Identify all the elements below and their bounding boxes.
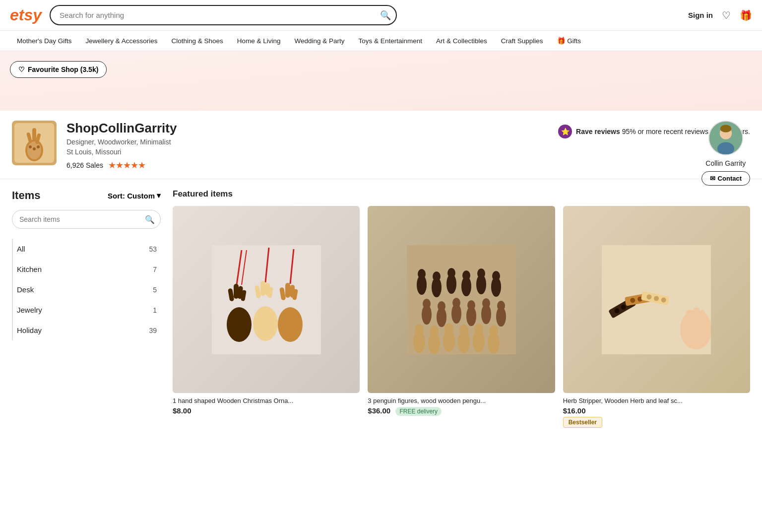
shop-logo xyxy=(12,121,57,165)
product-1-svg xyxy=(212,245,321,354)
product-title-2: 3 penguin figures, wood wooden pengu... xyxy=(368,397,555,404)
category-count: 5 xyxy=(153,286,157,294)
product-title-1: 1 hand shaped Wooden Christmas Orna... xyxy=(173,397,360,404)
svg-point-59 xyxy=(415,324,424,336)
heart-icon: ♡ xyxy=(18,66,25,73)
favourite-label: Favourite Shop (3.5k) xyxy=(28,66,98,73)
product-price-1: $8.00 xyxy=(173,406,360,415)
sales-count: 6,926 Sales xyxy=(66,161,103,169)
svg-point-7 xyxy=(33,147,36,150)
category-label: Desk xyxy=(17,285,34,294)
category-count: 53 xyxy=(149,245,157,253)
svg-rect-3 xyxy=(32,128,36,140)
svg-point-45 xyxy=(492,271,500,281)
svg-rect-73 xyxy=(694,307,699,323)
svg-point-43 xyxy=(477,268,485,278)
category-label: Kitchen xyxy=(17,265,42,273)
nav-item-gifts[interactable]: 🎁 Gifts xyxy=(550,31,588,51)
bestseller-badge: Bestseller xyxy=(563,417,602,428)
svg-point-12 xyxy=(720,125,731,133)
category-label: Holiday xyxy=(17,326,42,334)
category-count: 39 xyxy=(149,327,157,334)
svg-point-11 xyxy=(717,142,734,155)
chevron-down-icon: ▾ xyxy=(157,191,161,200)
shop-sales: 6,926 Sales ★★★★★ xyxy=(66,160,528,171)
main-nav: Mother's Day Gifts Jewellery & Accessori… xyxy=(0,31,762,51)
contact-button[interactable]: ✉ Contact xyxy=(701,171,750,186)
owner-avatar xyxy=(708,121,743,155)
product-card-1[interactable]: 1 hand shaped Wooden Christmas Orna... $… xyxy=(173,206,360,428)
svg-point-39 xyxy=(447,268,455,278)
category-label: Jewelry xyxy=(17,306,42,314)
svg-point-6 xyxy=(29,145,32,148)
owner-name: Collin Garrity xyxy=(705,159,746,167)
shop-stars: ★★★★★ xyxy=(108,160,145,171)
search-submit-button[interactable]: 🔍 xyxy=(380,10,391,21)
shop-banner: ♡ Favourite Shop (3.5k) xyxy=(0,51,762,111)
category-kitchen[interactable]: Kitchen 7 xyxy=(13,259,161,279)
product-title-3: Herb Stripper, Wooden Herb and leaf sc..… xyxy=(563,397,750,404)
header: etsy 🔍 Sign in ♡ 🎁 xyxy=(0,0,762,31)
items-header: Items Sort: Custom ▾ xyxy=(12,189,161,202)
product-image-3 xyxy=(563,206,750,393)
nav-item-clothing[interactable]: Clothing & Shoes xyxy=(164,31,230,51)
search-items-input[interactable] xyxy=(12,210,161,229)
svg-point-22 xyxy=(253,306,278,341)
search-bar: 🔍 xyxy=(50,5,397,25)
nav-item-craft[interactable]: Craft Supplies xyxy=(494,31,550,51)
shop-name: ShopCollinGarrity xyxy=(66,121,528,136)
wishlist-button[interactable]: ♡ xyxy=(722,9,731,21)
items-title: Items xyxy=(12,189,40,202)
category-jewelry[interactable]: Jewelry 1 xyxy=(13,300,161,320)
nav-item-art[interactable]: Art & Collectibles xyxy=(429,31,494,51)
svg-point-65 xyxy=(459,325,468,336)
favourite-shop-button[interactable]: ♡ Favourite Shop (3.5k) xyxy=(10,61,107,78)
product-card-2[interactable]: 3 penguin figures, wood wooden pengu... … xyxy=(368,206,555,428)
svg-point-51 xyxy=(452,298,460,308)
nav-item-home[interactable]: Home & Living xyxy=(230,31,288,51)
svg-point-67 xyxy=(474,324,483,335)
rave-badge-icon: ⭐ xyxy=(558,125,572,138)
nav-item-jewellery[interactable]: Jewellery & Accessories xyxy=(79,31,165,51)
category-list: All 53 Kitchen 7 Desk 5 Jewelry 1 Holida… xyxy=(12,239,161,340)
product-2-svg xyxy=(407,245,516,354)
nav-item-mothers-day[interactable]: Mother's Day Gifts xyxy=(10,31,79,51)
svg-point-35 xyxy=(418,269,426,279)
svg-rect-74 xyxy=(699,310,705,324)
svg-point-47 xyxy=(423,299,431,309)
product-image-2 xyxy=(368,206,555,393)
svg-point-8 xyxy=(37,145,40,148)
rave-label: Rave reviews xyxy=(576,128,620,135)
svg-point-16 xyxy=(227,307,252,342)
category-desk[interactable]: Desk 5 xyxy=(13,279,161,300)
shop-logo-image xyxy=(14,123,54,163)
shop-location: St Louis, Missouri xyxy=(66,148,528,156)
cart-button[interactable]: 🎁 xyxy=(740,9,752,21)
category-count: 1 xyxy=(153,306,157,314)
category-holiday[interactable]: Holiday 39 xyxy=(13,320,161,340)
svg-point-41 xyxy=(462,270,470,280)
nav-item-wedding[interactable]: Wedding & Party xyxy=(288,31,352,51)
svg-point-53 xyxy=(467,300,475,310)
search-items-wrap: 🔍 xyxy=(12,210,161,229)
product-price-2: $36.00 FREE delivery xyxy=(368,406,555,416)
search-input[interactable] xyxy=(50,5,397,25)
header-actions: Sign in ♡ 🎁 xyxy=(688,9,752,21)
svg-rect-29 xyxy=(285,283,290,298)
sort-button[interactable]: Sort: Custom ▾ xyxy=(108,191,161,200)
nav-item-toys[interactable]: Toys & Entertainment xyxy=(352,31,429,51)
featured-title: Featured items xyxy=(173,189,750,199)
category-label: All xyxy=(17,245,25,253)
svg-rect-72 xyxy=(686,310,693,327)
product-image-1 xyxy=(173,206,360,393)
product-card-3[interactable]: Herb Stripper, Wooden Herb and leaf sc..… xyxy=(563,206,750,428)
sort-label: Sort: Custom xyxy=(108,192,155,200)
svg-point-55 xyxy=(482,298,490,308)
category-all[interactable]: All 53 xyxy=(13,239,161,259)
shop-details: ShopCollinGarrity Designer, Woodworker, … xyxy=(66,121,528,171)
shop-info: ShopCollinGarrity Designer, Woodworker, … xyxy=(0,111,762,179)
svg-point-57 xyxy=(497,301,505,311)
svg-point-61 xyxy=(430,326,439,337)
sign-in-button[interactable]: Sign in xyxy=(688,11,713,19)
etsy-logo[interactable]: etsy xyxy=(10,6,42,24)
